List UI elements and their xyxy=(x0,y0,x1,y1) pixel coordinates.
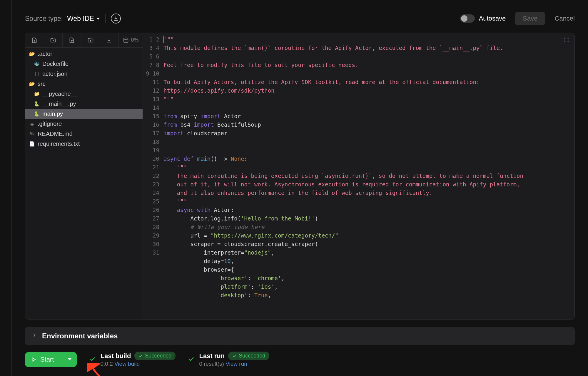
tree-folder-src[interactable]: 📂src xyxy=(25,79,143,89)
save-button[interactable]: Save xyxy=(515,12,545,25)
fullscreen-icon xyxy=(563,37,569,43)
download-source-button[interactable] xyxy=(100,33,119,47)
chevron-down-icon xyxy=(68,358,71,360)
start-button[interactable]: Start xyxy=(25,352,62,367)
last-run-title: Last run xyxy=(199,352,225,360)
text-icon: 📄 xyxy=(29,141,35,147)
check-icon xyxy=(188,355,195,364)
sidebar-toolbar: 0% xyxy=(25,33,143,48)
git-icon: ◈ xyxy=(29,121,35,127)
source-type-dropdown[interactable]: Web IDE xyxy=(67,15,100,23)
svg-point-0 xyxy=(124,38,128,39)
tree-label: requirements.txt xyxy=(38,141,80,147)
tree-file-dockerfile[interactable]: 🐳Dockerfile xyxy=(25,59,143,69)
markdown-icon: M↓ xyxy=(29,132,35,136)
tree-label: main.py xyxy=(42,111,63,117)
json-icon: { } xyxy=(34,71,40,76)
download-button[interactable] xyxy=(111,14,121,24)
python-icon: 🐍 xyxy=(34,111,40,117)
tree-label: __pycache__ xyxy=(42,91,77,97)
tree-label: __main__.py xyxy=(42,101,76,107)
tree-label: Dockerfile xyxy=(42,61,69,67)
env-variables-label: Environment variables xyxy=(42,332,118,340)
tree-label: .actor xyxy=(38,51,52,57)
tree-label: src xyxy=(38,81,46,87)
code-editor[interactable]: 1 2 3 4 5 6 7 8 9 10 11 12 13 14 15 16 1… xyxy=(143,33,574,320)
cancel-button[interactable]: Cancel xyxy=(555,15,575,22)
toggle-knob xyxy=(461,15,467,22)
ide-panel: 0% 📂.actor 🐳Dockerfile { }actor.json 📂sr… xyxy=(25,33,575,320)
new-file-button[interactable] xyxy=(25,33,44,47)
autosave-label: Autosave xyxy=(479,15,506,22)
tree-label: README.md xyxy=(38,131,73,137)
play-icon xyxy=(31,357,36,362)
chevron-right-icon xyxy=(32,333,37,339)
tree-file-requirements[interactable]: 📄requirements.txt xyxy=(25,139,143,149)
source-type-value: Web IDE xyxy=(67,15,94,23)
tree-file-gitignore[interactable]: ◈.gitignore xyxy=(25,119,143,129)
run-results: 0 result(s) xyxy=(199,361,224,367)
env-variables-panel[interactable]: Environment variables xyxy=(25,327,575,345)
upload-folder-button[interactable] xyxy=(81,33,100,47)
run-status-badge: Succeeded xyxy=(228,352,269,360)
tree-folder-pycache[interactable]: 📁__pycache__ xyxy=(25,89,143,99)
tree-folder-actor[interactable]: 📂.actor xyxy=(25,49,143,59)
build-version: 0.0.2 xyxy=(100,361,113,367)
left-rail xyxy=(0,0,12,376)
tree-file-readme[interactable]: M↓README.md xyxy=(25,129,143,139)
view-build-link[interactable]: View build xyxy=(114,361,140,367)
autosave-toggle[interactable] xyxy=(460,14,475,23)
last-run-status: Last run Succeeded 0 result(s) View run xyxy=(188,352,269,367)
tree-file-actor-json[interactable]: { }actor.json xyxy=(25,69,143,79)
tree-file-main-py[interactable]: 🐍main.py xyxy=(25,109,143,119)
python-icon: 🐍 xyxy=(34,101,40,107)
file-tree: 📂.actor 🐳Dockerfile { }actor.json 📂src 📁… xyxy=(25,48,143,320)
topbar: Source type: Web IDE Autosave Save xyxy=(25,12,575,25)
fullscreen-button[interactable] xyxy=(563,37,569,44)
source-type-label: Source type: xyxy=(25,15,63,23)
last-build-status: Last build Succeeded 0.0.2 View build xyxy=(89,352,176,367)
folder-icon: 📁 xyxy=(34,91,40,97)
upload-file-button[interactable] xyxy=(63,33,81,47)
line-gutter: 1 2 3 4 5 6 7 8 9 10 11 12 13 14 15 16 1… xyxy=(143,33,163,320)
folder-open-icon: 📂 xyxy=(29,81,35,87)
build-status-badge: Succeeded xyxy=(134,352,176,360)
chevron-down-icon xyxy=(96,18,100,20)
footer-bar: Start Last build Succeeded 0.0.2 View bu… xyxy=(25,352,575,367)
code-content[interactable]: """ This module defines the `main()` cor… xyxy=(163,33,574,320)
docker-icon: 🐳 xyxy=(34,61,40,67)
check-icon xyxy=(89,355,96,364)
new-folder-button[interactable] xyxy=(44,33,63,47)
last-build-title: Last build xyxy=(100,352,131,360)
divider xyxy=(105,14,106,23)
start-dropdown-button[interactable] xyxy=(62,352,77,367)
tree-label: .gitignore xyxy=(38,121,62,127)
view-run-link[interactable]: View run xyxy=(225,361,247,367)
storage-percent: 0% xyxy=(131,37,138,43)
start-label: Start xyxy=(40,356,54,363)
storage-indicator: 0% xyxy=(119,33,143,47)
download-icon xyxy=(113,16,118,21)
tree-label: actor.json xyxy=(42,71,68,77)
folder-open-icon: 📂 xyxy=(29,51,35,57)
file-sidebar: 0% 📂.actor 🐳Dockerfile { }actor.json 📂sr… xyxy=(25,33,143,320)
tree-file-main-dunder[interactable]: 🐍__main__.py xyxy=(25,99,143,109)
